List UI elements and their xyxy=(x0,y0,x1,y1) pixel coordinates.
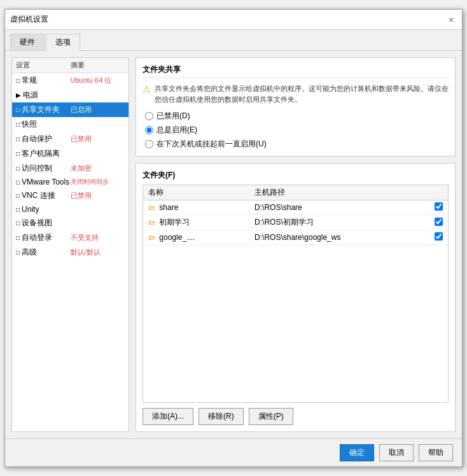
sidebar-item-autologin[interactable]: □自动登录 不受支持 xyxy=(12,230,129,245)
folder-icon-1: 🗁 xyxy=(148,204,155,211)
sidebar-item-unity[interactable]: □Unity xyxy=(12,203,129,216)
table-row[interactable]: 🗁 google_.... D:\ROS\share\google_ws xyxy=(143,230,448,245)
bottom-bar: 确定 取消 帮助 xyxy=(5,438,462,466)
vmware-tools-icon: □ xyxy=(16,179,20,186)
left-panel: 设置 摘要 □常规 Ubuntu 64 位 ▶电源 □共享文件夹 已启用 □快照 xyxy=(11,57,129,432)
folder-section: 文件夹(F) 名称 主机路径 xyxy=(136,163,456,432)
folder-icon-3: 🗁 xyxy=(148,234,155,241)
autologin-icon: □ xyxy=(16,234,20,241)
sidebar-item-autoprotect[interactable]: □自动保护 已禁用 xyxy=(12,132,129,146)
tab-options[interactable]: 选项 xyxy=(46,34,80,51)
left-panel-header: 设置 摘要 xyxy=(12,58,129,73)
remove-button[interactable]: 移除(R) xyxy=(199,408,244,425)
window-title: 虚拟机设置 xyxy=(10,14,48,25)
col-name: 名称 xyxy=(143,185,249,200)
sidebar-item-access-control[interactable]: □访问控制 未加密 xyxy=(12,161,129,176)
radio-disabled-input[interactable] xyxy=(145,112,153,120)
radio-until-off[interactable]: 在下次关机或挂起前一直启用(U) xyxy=(145,139,449,150)
general-icon: □ xyxy=(16,77,20,84)
vnc-icon: □ xyxy=(16,192,20,199)
col-check xyxy=(429,185,448,200)
sidebar-item-advanced[interactable]: □高级 默认/默认 xyxy=(12,245,129,260)
power-icon: ▶ xyxy=(16,92,21,99)
table-row[interactable]: 🗁 初期学习 D:\ROS\初期学习 xyxy=(143,215,448,230)
radio-group: 已禁用(D) 总是启用(E) 在下次关机或挂起前一直启用(U) xyxy=(145,111,449,150)
folder-check-2[interactable] xyxy=(429,215,448,230)
close-button[interactable]: × xyxy=(445,14,457,25)
folder-table: 名称 主机路径 🗁 share D:\ROS\s xyxy=(143,185,448,245)
autoprotect-icon: □ xyxy=(16,136,20,143)
main-window: 虚拟机设置 × 硬件 选项 设置 摘要 □常规 Ubuntu 64 位 ▶电源 xyxy=(4,9,463,467)
sidebar-item-general[interactable]: □常规 Ubuntu 64 位 xyxy=(12,73,129,88)
folder-table-container: 名称 主机路径 🗁 share D:\ROS\s xyxy=(143,185,449,403)
radio-always[interactable]: 总是启用(E) xyxy=(145,125,449,136)
folder-check-3[interactable] xyxy=(429,230,448,245)
folder-name-3: 🗁 google_.... xyxy=(143,230,249,245)
col-path: 主机路径 xyxy=(249,185,429,200)
shared-folders-icon: □ xyxy=(16,106,20,113)
warning-icon: ⚠ xyxy=(143,84,151,94)
warning-row: ⚠ 共享文件夹会将您的文件显示给虚拟机中的程序。这可能为您的计算机和数据带来风险… xyxy=(143,83,449,104)
properties-button[interactable]: 属性(P) xyxy=(249,408,293,425)
folder-section-title: 文件夹(F) xyxy=(143,170,449,181)
folder-icon-2: 🗁 xyxy=(148,218,155,226)
sidebar-item-guest-isolation[interactable]: □客户机隔离 xyxy=(12,146,129,161)
folder-name-2: 🗁 初期学习 xyxy=(143,215,249,230)
guest-isolation-icon: □ xyxy=(16,150,20,157)
folder-buttons: 添加(A)... 移除(R) 属性(P) xyxy=(143,408,449,425)
right-panel: 文件夹共享 ⚠ 共享文件夹会将您的文件显示给虚拟机中的程序。这可能为您的计算机和… xyxy=(136,57,456,432)
help-button[interactable]: 帮助 xyxy=(419,444,453,461)
folder-path-3: D:\ROS\share\google_ws xyxy=(249,230,429,245)
snapshot-icon: □ xyxy=(16,121,20,128)
folder-check-1[interactable] xyxy=(429,200,448,215)
sidebar-item-shared-folders[interactable]: □共享文件夹 已启用 xyxy=(12,102,129,117)
device-view-icon: □ xyxy=(16,220,20,227)
add-button[interactable]: 添加(A)... xyxy=(143,408,193,425)
shared-folders-section: 文件夹共享 ⚠ 共享文件夹会将您的文件显示给虚拟机中的程序。这可能为您的计算机和… xyxy=(136,57,456,157)
folder-path-1: D:\ROS\share xyxy=(249,200,429,215)
folder-path-2: D:\ROS\初期学习 xyxy=(249,215,429,230)
radio-disabled[interactable]: 已禁用(D) xyxy=(145,111,449,122)
sidebar-item-vnc[interactable]: □VNC 连接 已禁用 xyxy=(12,188,129,203)
advanced-icon: □ xyxy=(16,249,20,256)
ok-button[interactable]: 确定 xyxy=(340,444,374,461)
tab-hardware[interactable]: 硬件 xyxy=(10,34,45,50)
col-summary: 摘要 xyxy=(71,60,125,70)
radio-always-input[interactable] xyxy=(145,126,153,134)
folder-name-1: 🗁 share xyxy=(143,200,249,215)
unity-icon: □ xyxy=(16,206,20,213)
sidebar-item-snapshot[interactable]: □快照 xyxy=(12,117,129,132)
title-bar: 虚拟机设置 × xyxy=(5,10,462,30)
cancel-button[interactable]: 取消 xyxy=(379,444,414,461)
sidebar-item-power[interactable]: ▶电源 xyxy=(12,88,129,102)
access-control-icon: □ xyxy=(16,165,20,172)
shared-folders-title: 文件夹共享 xyxy=(143,64,449,78)
sidebar-item-device-view[interactable]: □设备视图 xyxy=(12,216,129,230)
col-settings: 设置 xyxy=(16,60,71,70)
main-content: 设置 摘要 □常规 Ubuntu 64 位 ▶电源 □共享文件夹 已启用 □快照 xyxy=(5,51,462,438)
radio-until-off-input[interactable] xyxy=(145,140,153,148)
warning-text: 共享文件夹会将您的文件显示给虚拟机中的程序。这可能为您的计算机和数据带来风险。请… xyxy=(155,83,449,104)
sidebar-item-vmware-tools[interactable]: □VMware Tools 关闭时间同步 xyxy=(12,176,129,188)
table-row[interactable]: 🗁 share D:\ROS\share xyxy=(143,200,448,215)
tab-bar: 硬件 选项 xyxy=(5,30,462,51)
